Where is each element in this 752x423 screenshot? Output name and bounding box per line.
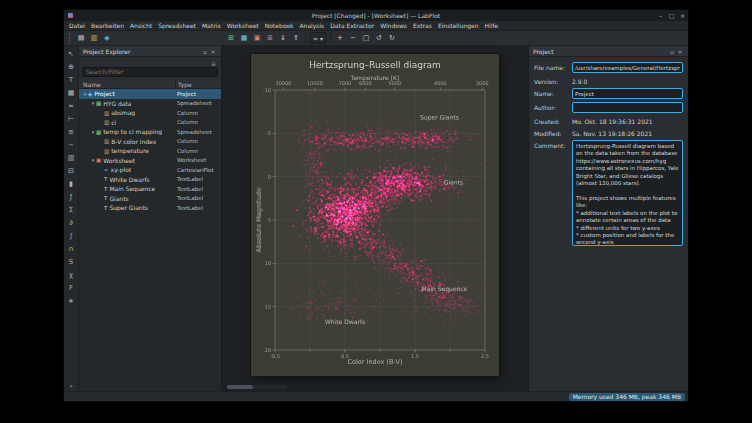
add-bar-chart-icon[interactable]: ▮: [66, 178, 77, 189]
tree-row-project[interactable]: ▾◆ProjectProject: [79, 89, 221, 99]
menu-data-extractor[interactable]: Data Extractor: [327, 21, 377, 31]
smooth-icon[interactable]: S: [66, 256, 77, 267]
tree-row-main-sequence[interactable]: TMain SequenceTextLabel: [79, 184, 221, 194]
file-name-input[interactable]: [572, 62, 683, 73]
project-explorer-header[interactable]: Project Explorer ▫ ×: [79, 46, 221, 57]
tree-row-super-giants[interactable]: TSuper GiantsTextLabel: [79, 203, 221, 213]
comment-label: Comment:: [534, 140, 572, 149]
undo-icon[interactable]: ↺: [373, 32, 385, 44]
name-input[interactable]: [572, 88, 683, 99]
fit-icon[interactable]: χ: [66, 269, 77, 280]
menu-windows[interactable]: Windows: [377, 21, 410, 31]
add-boxplot-icon[interactable]: ⊟: [66, 165, 77, 176]
tree-row-xy-plot[interactable]: ≈xy-plotCartesianPlot: [79, 165, 221, 175]
export-data-icon[interactable]: ⇑: [290, 32, 302, 44]
interpolate-icon[interactable]: ∩: [66, 243, 77, 254]
new-spreadsheet-icon[interactable]: ⊞: [225, 32, 237, 44]
tree-row-b-v-color-index[interactable]: ▥B-V color indexColumn: [79, 137, 221, 147]
y-axis-title[interactable]: Absolute Magnitude: [255, 188, 263, 253]
zoom-fit-icon[interactable]: ▢: [360, 32, 372, 44]
column-header-type[interactable]: Type: [175, 81, 221, 88]
tree-row-absmag[interactable]: ▥absmagColumn: [79, 108, 221, 118]
menu-analysis[interactable]: Analysis: [297, 21, 328, 31]
close-button[interactable]: ×: [677, 10, 688, 21]
dock-float-icon[interactable]: ▫: [201, 48, 209, 55]
menu-notebook[interactable]: Notebook: [262, 21, 297, 31]
convolution-icon[interactable]: ∗: [66, 295, 77, 306]
column-header-name[interactable]: Name: [79, 81, 175, 88]
save-project-icon[interactable]: ◈: [101, 32, 113, 44]
status-bar: Memory used 346 MB, peak 346 MB: [64, 391, 688, 401]
text-label-icon: T: [104, 195, 107, 201]
menu-spreadsheet[interactable]: Spreadsheet: [155, 21, 199, 31]
add-plot-icon[interactable]: ≈: [66, 100, 77, 111]
zoom-out-icon[interactable]: −: [347, 32, 359, 44]
tree-item-label: White Dwarfs: [109, 176, 149, 183]
tree-column-headers[interactable]: Name Type: [79, 80, 221, 89]
redo-icon[interactable]: ↻: [386, 32, 398, 44]
menu-hilfe[interactable]: Hilfe: [482, 21, 502, 31]
version-label: Version:: [534, 76, 572, 85]
maximize-button[interactable]: □: [666, 10, 677, 21]
dock-float-icon[interactable]: ▫: [668, 48, 676, 55]
data-reduction-icon[interactable]: Σ: [66, 204, 77, 215]
tree-row-worksheet[interactable]: ▾▣WorksheetWorksheet: [79, 156, 221, 166]
add-curve-icon[interactable]: ∼: [66, 139, 77, 150]
integrate-icon[interactable]: ∫: [66, 230, 77, 241]
plot-type-dropdown[interactable]: ≈ ▾: [309, 32, 327, 44]
top-axis-title[interactable]: Temperature [K]: [251, 74, 499, 81]
tree-row-ci[interactable]: ▥ciColumn: [79, 118, 221, 128]
import-data-icon[interactable]: ⇓: [277, 32, 289, 44]
modified-label: Modified:: [534, 128, 572, 137]
minimize-button[interactable]: –: [655, 10, 666, 21]
x-axis-title[interactable]: Color Index (B-V): [251, 358, 499, 366]
author-input[interactable]: [572, 102, 683, 113]
toolbar-overflow-icon[interactable]: »: [69, 382, 73, 389]
tree-row-name-cell: ▾▦HYG data: [79, 100, 175, 107]
zoom-in-icon[interactable]: +: [334, 32, 346, 44]
search-input[interactable]: [82, 67, 218, 77]
worksheet-page[interactable]: Hertzsprung–Russell diagram Temperature …: [251, 54, 499, 376]
new-project-icon[interactable]: ▤: [75, 32, 87, 44]
menu-worksheet[interactable]: Worksheet: [224, 21, 262, 31]
tree-row-white-dwarfs[interactable]: TWhite DwarfsTextLabel: [79, 175, 221, 185]
add-function-icon[interactable]: ƒ: [66, 191, 77, 202]
open-project-icon[interactable]: ▥: [88, 32, 100, 44]
add-image-icon[interactable]: ▦: [66, 87, 77, 98]
menu-datei[interactable]: Datei: [66, 21, 88, 31]
worksheet-view[interactable]: Hertzsprung–Russell diagram Temperature …: [223, 46, 527, 391]
differentiate-icon[interactable]: ∂: [66, 217, 77, 228]
hr-plot-canvas[interactable]: [251, 54, 499, 376]
menu-matrix[interactable]: Matrix: [199, 21, 224, 31]
project-properties-header[interactable]: Project ▫ ×: [529, 46, 688, 57]
tree-row-giants[interactable]: TGiantsTextLabel: [79, 194, 221, 204]
new-matrix-icon[interactable]: ▦: [238, 32, 250, 44]
add-text-label-icon[interactable]: T: [66, 74, 77, 85]
tree-row-hyg-data[interactable]: ▾▦HYG dataSpreadsheet: [79, 99, 221, 109]
worksheet-tools-toolbar: ↖⊕T▦≈⊢≡∼▥⊟▮ƒΣ∂∫∩SχF∗»: [64, 46, 79, 391]
comment-textarea[interactable]: Hertzsprung-Russell diagram based on the…: [572, 140, 683, 246]
titlebar[interactable]: Project [Changed] - [Worksheet] — LabPlo…: [64, 10, 688, 21]
new-notebook-icon[interactable]: ≣: [264, 32, 276, 44]
horizontal-scrollbar[interactable]: [227, 385, 287, 389]
tree-item-type: TextLabel: [175, 176, 221, 182]
select-cursor-icon[interactable]: ↖: [66, 48, 77, 59]
dock-close-icon[interactable]: ×: [676, 48, 684, 55]
add-axis-icon[interactable]: ⊢: [66, 113, 77, 124]
tree-row-temperature[interactable]: ▥temperatureColumn: [79, 146, 221, 156]
tree-row-temp-to-ci-mapping[interactable]: ▾▦temp to ci mappingSpreadsheet: [79, 127, 221, 137]
menu-extras[interactable]: Extras: [410, 21, 435, 31]
menu-einstellungen[interactable]: Einstellungen: [435, 21, 482, 31]
add-histogram-icon[interactable]: ▥: [66, 152, 77, 163]
plot-title[interactable]: Hertzsprung–Russell diagram: [251, 60, 499, 70]
menu-bearbeiten[interactable]: Bearbeiten: [88, 21, 127, 31]
scrollbar-thumb[interactable]: [227, 385, 253, 389]
filter-icon[interactable]: ≡: [211, 61, 216, 67]
menu-ansicht[interactable]: Ansicht: [127, 21, 155, 31]
add-legend-icon[interactable]: ≡: [66, 126, 77, 137]
dock-close-icon[interactable]: ×: [209, 48, 217, 55]
project-tree[interactable]: ▾◆ProjectProject▾▦HYG dataSpreadsheet▥ab…: [79, 89, 221, 391]
zoom-select-icon[interactable]: ⊕: [66, 61, 77, 72]
fourier-icon[interactable]: F: [66, 282, 77, 293]
new-worksheet-icon[interactable]: ▣: [251, 32, 263, 44]
